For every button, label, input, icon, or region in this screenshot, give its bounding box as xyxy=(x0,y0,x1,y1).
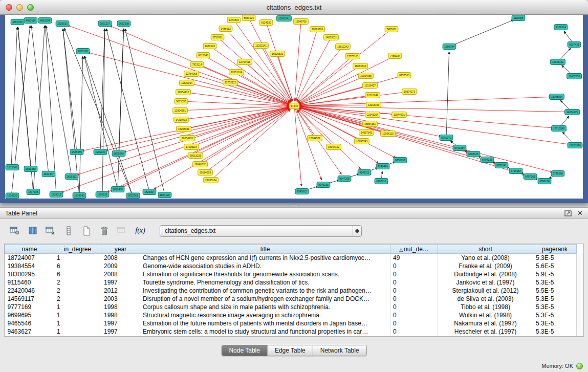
graph-node[interactable]: 11016427 xyxy=(363,83,378,89)
table-cell[interactable]: 0 xyxy=(390,287,438,295)
network-canvas[interactable]: 1724012738041486632275308196601238812045… xyxy=(5,15,583,199)
graph-node[interactable]: 1812045 xyxy=(6,165,19,170)
graph-node[interactable]: 12203316 xyxy=(568,143,582,148)
graph-node[interactable]: 7485081 xyxy=(385,27,398,32)
table-cell[interactable]: 6 xyxy=(54,270,101,278)
graph-node[interactable]: 16949702 xyxy=(294,19,309,25)
table-cell[interactable]: 18300295 xyxy=(5,270,54,278)
graph-node[interactable]: 11437253 xyxy=(567,74,582,79)
table-cell[interactable]: 5.3E-5 xyxy=(533,327,577,336)
graph-node[interactable]: 9246133 xyxy=(317,182,330,188)
table-cell[interactable]: 2 xyxy=(54,278,101,287)
graph-node[interactable]: 8757533 xyxy=(398,73,411,78)
table-cell[interactable]: 1 xyxy=(54,303,101,311)
graph-node[interactable]: 6796452 xyxy=(509,168,522,174)
table-cell[interactable]: 5.9E-5 xyxy=(533,270,577,278)
table-cell[interactable]: Jankovic et al. (1997) xyxy=(438,278,533,287)
table-cell[interactable]: 1997 xyxy=(101,327,140,336)
table-cell[interactable]: Franke et al. (2009) xyxy=(438,262,533,270)
table-cell[interactable]: 0 xyxy=(390,327,438,336)
table-row[interactable]: 946362711997Embryonic stem cells: a mode… xyxy=(5,327,577,336)
graph-node[interactable]: 9660123 xyxy=(203,43,216,49)
graph-node[interactable]: 1936220 xyxy=(94,149,107,155)
graph-node[interactable]: 14957342 xyxy=(359,130,374,136)
graph-node[interactable]: 6797263 xyxy=(524,174,537,180)
table-cell[interactable]: 1 xyxy=(54,254,101,262)
table-cell[interactable]: 2012 xyxy=(101,287,140,295)
graph-node[interactable]: 16354202 xyxy=(180,136,195,141)
graph-node[interactable]: 6799085 xyxy=(551,171,564,177)
table-cell[interactable]: 2009 xyxy=(101,262,140,270)
table-cell[interactable]: Corpus callosum shape and size in male p… xyxy=(140,303,390,311)
graph-node[interactable]: 22043264 xyxy=(365,112,380,118)
table-cell[interactable]: 2003 xyxy=(101,295,140,303)
minimize-window-button[interactable] xyxy=(16,4,23,11)
table-row[interactable]: 1456911722003Disruption of a novel membe… xyxy=(5,295,577,303)
table-row[interactable]: 1938455462009Genome-wide association stu… xyxy=(5,262,577,270)
graph-node[interactable]: 1817105 xyxy=(27,189,40,195)
memory-status-indicator[interactable] xyxy=(576,363,583,369)
table-cell[interactable]: 22420046 xyxy=(5,287,54,295)
graph-node[interactable]: 21035164 xyxy=(204,178,219,183)
table-cell[interactable]: 1998 xyxy=(101,303,140,311)
close-window-button[interactable] xyxy=(6,4,12,11)
graph-node[interactable]: 15293041 xyxy=(177,126,191,132)
table-cell[interactable]: 9465546 xyxy=(5,319,54,327)
float-panel-icon[interactable] xyxy=(564,210,572,216)
graph-node[interactable]: 1825040 xyxy=(112,151,125,157)
table-cell[interactable]: Tourette syndrome. Phenomenology and cla… xyxy=(140,278,390,287)
graph-node[interactable]: 13202141 xyxy=(254,43,269,49)
graph-node[interactable]: 1813260 xyxy=(24,166,37,172)
table-cell[interactable]: Estimation of significance thresholds fo… xyxy=(140,270,390,278)
table-cell[interactable]: Hescheler et al. (1997) xyxy=(438,327,533,336)
graph-node[interactable]: 16812242 xyxy=(336,44,351,50)
table-row[interactable]: 977716911998Corpus callosum shape and si… xyxy=(5,303,577,311)
table-cell[interactable]: Nakamura et al. (1997) xyxy=(438,319,533,327)
table-cell[interactable]: 2008 xyxy=(101,254,140,262)
table-cell[interactable]: Disruption of a novel member of a sodium… xyxy=(140,295,390,303)
table-scrollbar[interactable] xyxy=(576,253,583,336)
graph-node[interactable]: 9227431 xyxy=(568,42,581,48)
show-columns-icon[interactable] xyxy=(26,225,39,237)
table-cell[interactable]: 0 xyxy=(390,262,438,270)
graph-node[interactable]: 2526065 xyxy=(70,149,83,155)
graph-node[interactable]: 15998064 xyxy=(550,94,564,100)
graph-node[interactable]: 16854161 xyxy=(363,121,378,127)
table-selector[interactable]: citations_edges.txt xyxy=(160,225,362,237)
graph-node[interactable]: 18063344 xyxy=(353,63,368,69)
graph-node[interactable]: 16044122 xyxy=(326,144,341,150)
graph-node[interactable]: 9159204 xyxy=(554,25,568,30)
graph-node[interactable]: 6792214 xyxy=(453,145,466,151)
table-cell[interactable]: Structural magnetic resonance image aver… xyxy=(140,311,390,319)
table-cell[interactable]: 9699695 xyxy=(5,311,54,319)
row-height-icon[interactable] xyxy=(62,225,75,237)
table-cell[interactable]: Embryonic stem cells: a model to study s… xyxy=(140,327,390,336)
graph-node[interactable]: 15844531 xyxy=(308,136,322,141)
graph-node[interactable]: 1818312 xyxy=(50,192,63,198)
graph-node[interactable]: 12754411 xyxy=(237,59,252,65)
table-cell[interactable]: 5.3E-5 xyxy=(533,303,577,311)
window-titlebar[interactable]: citations_edges.txt xyxy=(0,0,588,15)
graph-node[interactable]: 2622308 xyxy=(117,21,130,27)
graph-node[interactable]: 1815332 xyxy=(65,174,78,180)
split-divider[interactable] xyxy=(0,203,588,207)
graph-node[interactable]: 18013225 xyxy=(188,153,203,159)
graph-node[interactable]: 12752112 xyxy=(223,80,238,85)
graph-node[interactable]: 6798174 xyxy=(538,179,551,184)
table-cell[interactable]: 19384554 xyxy=(5,262,54,270)
graph-node[interactable]: 1968794 xyxy=(443,44,456,50)
tab-node-table[interactable]: Node Table xyxy=(222,345,268,356)
graph-node[interactable]: 9250137 xyxy=(394,158,407,163)
column-header-title[interactable]: title xyxy=(140,245,390,254)
graph-node[interactable]: 4862116 xyxy=(24,18,37,24)
table-cell[interactable]: 1 xyxy=(54,327,101,336)
graph-node[interactable]: 13216153 xyxy=(366,102,381,108)
column-header-name[interactable]: name xyxy=(5,245,54,254)
delete-table-icon[interactable] xyxy=(98,225,111,237)
column-header-in_degree[interactable]: in_degree xyxy=(54,245,101,254)
table-cell[interactable]: 5.3E-5 xyxy=(533,319,577,327)
graph-node[interactable]: 8553124 xyxy=(242,15,255,21)
graph-node[interactable]: 1821450 xyxy=(111,187,124,192)
table-cell[interactable]: 18724007 xyxy=(5,254,54,262)
new-table-icon[interactable] xyxy=(80,225,93,237)
